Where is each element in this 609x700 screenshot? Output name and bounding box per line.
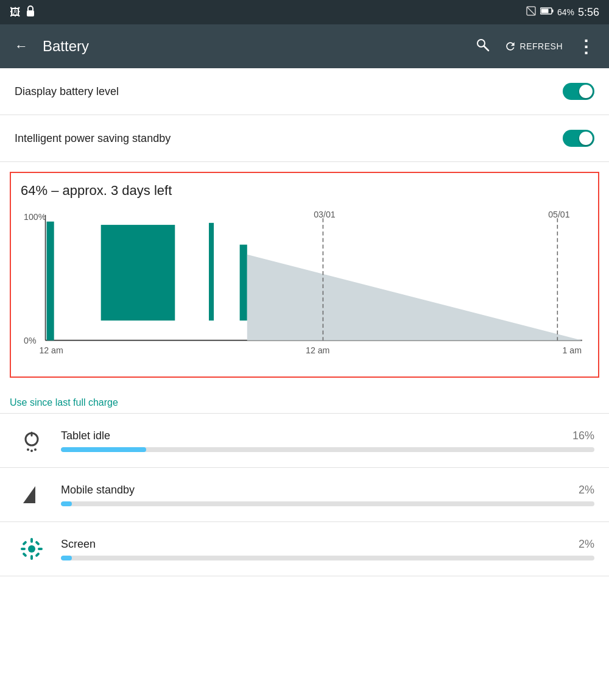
mobile-standby-progress-fill	[61, 501, 72, 506]
intelligent-power-saving-row: Intelligent power saving standby	[0, 115, 609, 162]
back-button[interactable]: ←	[10, 34, 33, 59]
battery-chart-section: 64% – approx. 3 days left 100% 0%	[10, 172, 599, 378]
more-button[interactable]: ⋮	[572, 32, 599, 62]
svg-point-30	[28, 545, 35, 553]
tablet-idle-info: Tablet idle 16%	[61, 430, 594, 452]
svg-text:05/01: 05/01	[548, 210, 569, 220]
mobile-standby-icon	[15, 478, 49, 512]
mobile-standby-name: Mobile standby	[61, 484, 135, 497]
chart-container: 100% 0% 03/01 05/01 12 am	[21, 208, 588, 367]
battery-icon	[540, 7, 554, 18]
app-bar: ← Battery REFRESH ⋮	[0, 24, 609, 68]
svg-point-27	[27, 448, 29, 451]
intelligent-power-label: Intelligent power saving standby	[15, 132, 171, 145]
screen-info: Screen 2%	[61, 538, 594, 560]
svg-rect-4	[541, 9, 548, 13]
svg-point-28	[34, 448, 37, 451]
svg-rect-5	[552, 10, 553, 13]
mobile-standby-progress-bg	[61, 501, 594, 506]
battery-chart-svg: 100% 0% 03/01 05/01 12 am	[21, 208, 588, 367]
svg-rect-33	[21, 548, 26, 550]
svg-line-7	[484, 46, 488, 51]
tablet-idle-progress-bg	[61, 447, 594, 452]
screen-icon	[15, 532, 49, 566]
svg-text:100%: 100%	[24, 212, 46, 222]
screen-progress-bg	[61, 556, 594, 560]
svg-rect-38	[22, 552, 27, 557]
screen-progress-fill	[61, 556, 72, 560]
svg-text:12 am: 12 am	[306, 345, 329, 356]
app-bar-title: Battery	[43, 38, 460, 55]
battery-percentage: 64%	[557, 7, 574, 17]
svg-rect-12	[47, 222, 54, 341]
lock-icon	[26, 5, 35, 19]
screen-item[interactable]: Screen 2%	[0, 522, 609, 576]
svg-point-26	[30, 450, 33, 452]
chart-title: 64% – approx. 3 days left	[21, 183, 588, 199]
svg-text:12 am: 12 am	[39, 345, 63, 356]
use-since-link[interactable]: Use since last full charge	[0, 387, 609, 413]
content-area: Diasplay battery level Intelligent power…	[0, 68, 609, 700]
refresh-button[interactable]: REFRESH	[504, 40, 563, 52]
mobile-standby-pct: 2%	[579, 484, 594, 497]
image-icon: 🖼	[10, 6, 21, 19]
status-bar: 🖼 64% 5:56	[0, 0, 609, 24]
tablet-idle-pct: 16%	[572, 430, 594, 442]
search-button[interactable]	[470, 32, 495, 60]
svg-rect-35	[22, 540, 27, 545]
svg-text:03/01: 03/01	[314, 210, 335, 220]
display-battery-toggle[interactable]	[563, 83, 594, 100]
display-battery-label: Diasplay battery level	[15, 85, 119, 98]
svg-rect-13	[101, 225, 175, 320]
tablet-idle-item[interactable]: Tablet idle 16%	[0, 414, 609, 468]
mobile-standby-info: Mobile standby 2%	[61, 484, 594, 506]
svg-rect-15	[240, 245, 247, 321]
svg-rect-0	[27, 10, 34, 16]
screen-name: Screen	[61, 538, 96, 551]
svg-rect-34	[38, 548, 43, 550]
svg-rect-14	[209, 223, 214, 320]
svg-text:0%: 0%	[24, 336, 36, 346]
refresh-label: REFRESH	[520, 41, 563, 51]
svg-marker-29	[23, 486, 35, 503]
svg-rect-32	[30, 555, 33, 560]
tablet-idle-icon	[15, 423, 49, 458]
svg-rect-36	[35, 552, 40, 557]
mobile-standby-item[interactable]: Mobile standby 2%	[0, 468, 609, 522]
no-sim-icon	[526, 5, 537, 19]
svg-text:1 am: 1 am	[562, 345, 582, 356]
screen-pct: 2%	[579, 538, 594, 551]
tablet-idle-name: Tablet idle	[61, 430, 110, 442]
svg-rect-37	[35, 540, 40, 545]
svg-marker-16	[247, 255, 582, 341]
intelligent-power-toggle[interactable]	[563, 130, 594, 147]
svg-rect-31	[30, 538, 33, 543]
svg-line-2	[527, 7, 535, 15]
display-battery-level-row: Diasplay battery level	[0, 68, 609, 115]
tablet-idle-progress-fill	[61, 447, 146, 452]
status-time: 5:56	[578, 6, 599, 19]
